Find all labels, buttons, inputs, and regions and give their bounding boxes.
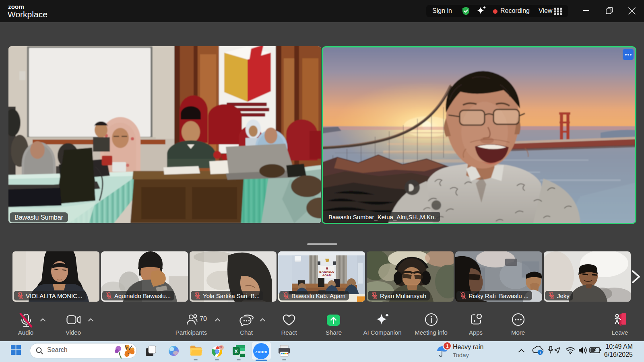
svg-text:AGAM: AGAM bbox=[322, 274, 332, 277]
svg-text:X: X bbox=[234, 348, 238, 354]
svg-text:zoom: zoom bbox=[255, 349, 267, 354]
svg-text:BAWASLU: BAWASLU bbox=[319, 270, 334, 274]
